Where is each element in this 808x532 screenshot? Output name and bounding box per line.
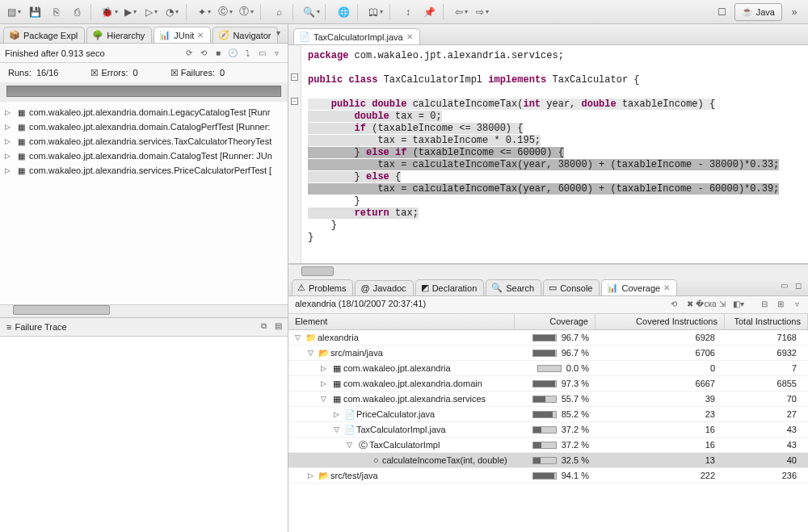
search-button[interactable]: 🔍 [302, 3, 320, 21]
rerun-failed-icon[interactable]: ⟲ [197, 47, 210, 60]
editor-gutter[interactable]: − − [288, 45, 301, 263]
remove-icon[interactable]: ✖ [684, 297, 696, 310]
debug-button[interactable]: 🐞 [100, 3, 118, 21]
close-icon[interactable]: ✕ [663, 283, 670, 292]
tab-package-explorer[interactable]: 📦 Package Expl [3, 27, 85, 43]
new-type-button[interactable]: Ⓣ [238, 3, 255, 21]
scrollbar-thumb[interactable] [301, 266, 334, 276]
tree-toggle-icon[interactable]: ▷ [5, 166, 15, 174]
tab-declaration[interactable]: ◩ Declaration [415, 279, 485, 295]
coverage-row[interactable]: ▽📂src/main/java96.7 %67066932 [288, 346, 808, 361]
coverage-row[interactable]: ○calculateIncomeTax(int, double)32.5 %13… [288, 453, 808, 468]
junit-test-tree[interactable]: ▷▦com.wakaleo.jpt.alexandria.domain.Lega… [0, 102, 288, 304]
run-button[interactable]: ▶ [121, 3, 139, 21]
coverage-row[interactable]: ▷📄PriceCalculator.java85.2 %2327 [288, 407, 808, 422]
col-element[interactable]: Element [288, 314, 515, 329]
fold-icon[interactable]: − [291, 73, 298, 81]
external-tools-button[interactable]: 🌐 [335, 3, 352, 21]
lock-icon[interactable]: ⤵ [241, 47, 254, 60]
remove-all-icon[interactable]: �ска [700, 297, 713, 310]
tab-navigator[interactable]: 🧭 Navigator [213, 27, 278, 43]
collapse-icon[interactable]: ▭ [255, 47, 268, 60]
coverage-button[interactable]: ◔ [163, 3, 181, 21]
tree-toggle-icon[interactable]: ▽ [295, 333, 305, 341]
scrollbar-thumb[interactable] [13, 305, 110, 315]
tree-toggle-icon[interactable]: ▷ [5, 123, 15, 131]
tree-toggle-icon[interactable]: ▷ [5, 152, 15, 160]
tree-toggle-icon[interactable]: ▽ [347, 441, 356, 449]
tree-toggle-icon[interactable]: ▽ [334, 425, 343, 434]
view-menu-icon[interactable]: ▾ [271, 26, 284, 39]
bookmark-button[interactable]: 🕮 [367, 3, 385, 21]
junit-test-row[interactable]: ▷▦com.wakaleo.jpt.alexandria.domain.Cata… [2, 119, 286, 134]
tab-problems[interactable]: ⚠ Problems [292, 279, 353, 295]
merge-icon[interactable]: ⇲ [716, 297, 729, 310]
compare-icon[interactable]: ⧉ [257, 320, 270, 333]
filter-icon[interactable]: ▤ [271, 320, 284, 333]
relaunch-icon[interactable]: ⟲ [667, 297, 680, 310]
pin-button[interactable]: 📌 [420, 3, 438, 21]
link-icon[interactable]: ◧▾ [732, 297, 745, 310]
editor-tab-taxcalc[interactable]: 📄 TaxCalculatorImpl.java ✕ [293, 28, 420, 44]
tree-toggle-icon[interactable]: ▷ [5, 108, 15, 116]
tree-toggle-icon[interactable]: ▷ [321, 379, 330, 387]
col-total[interactable]: Total Instructions [725, 314, 808, 329]
tree-toggle-icon[interactable]: ▽ [321, 395, 330, 403]
collapse-all-icon[interactable]: ⊟ [758, 297, 771, 310]
coverage-row[interactable]: ▽📄TaxCalculatorImpl.java37.2 %1643 [288, 422, 808, 438]
editor-body[interactable]: − − package com.wakaleo.jpt.alexandria.s… [288, 45, 808, 264]
menu-icon[interactable]: ▿ [270, 47, 283, 60]
close-icon[interactable]: ✕ [197, 31, 204, 40]
run-last-button[interactable]: ▷ [142, 3, 160, 21]
col-coverage[interactable]: Coverage [515, 314, 595, 329]
nav-back-button[interactable]: ⇦ [452, 3, 470, 21]
coverage-row[interactable]: ▷▦com.wakaleo.jpt.alexandria0.0 %07 [288, 361, 808, 376]
junit-test-row[interactable]: ▷▦com.wakaleo.jpt.alexandria.services.Ta… [2, 134, 286, 149]
new-button[interactable]: ▤ [5, 3, 23, 21]
new-package-button[interactable]: ✦ [196, 3, 213, 21]
save-all-button[interactable]: ⎘ [47, 3, 65, 21]
coverage-row[interactable]: ▽📁alexandria96.7 %69287168 [288, 330, 808, 346]
tab-search[interactable]: 🔍 Search [486, 279, 541, 295]
junit-test-row[interactable]: ▷▦com.wakaleo.jpt.alexandria.services.Pr… [2, 163, 286, 178]
editor-scroll-h[interactable] [288, 264, 808, 277]
open-perspective-button[interactable]: ☐ [713, 3, 731, 21]
tab-hierarchy[interactable]: 🌳 Hierarchy [86, 27, 152, 43]
tree-toggle-icon[interactable]: ▷ [5, 137, 15, 145]
tab-console[interactable]: ▭ Console [543, 279, 600, 295]
coverage-row[interactable]: ▽▦com.wakaleo.jpt.alexandria.services55.… [288, 392, 808, 407]
rerun-icon[interactable]: ⟳ [183, 47, 196, 60]
tree-toggle-icon[interactable]: ▷ [321, 364, 330, 372]
source-code[interactable]: package com.wakaleo.jpt.alexandria.servi… [301, 45, 808, 263]
history-icon[interactable]: 🕘 [226, 47, 239, 60]
junit-test-row[interactable]: ▷▦com.wakaleo.jpt.alexandria.domain.Cata… [2, 149, 286, 163]
junit-test-row[interactable]: ▷▦com.wakaleo.jpt.alexandria.domain.Lega… [2, 105, 286, 119]
toggle-button[interactable]: ↕ [399, 3, 417, 21]
col-covered[interactable]: Covered Instructions [595, 314, 725, 329]
coverage-table[interactable]: Element Coverage Covered Instructions To… [288, 314, 808, 532]
minimize-icon[interactable]: ▭ [777, 279, 790, 291]
tab-coverage[interactable]: 📊 Coverage ✕ [601, 279, 677, 295]
tree-toggle-icon[interactable]: ▽ [308, 349, 318, 357]
tab-junit[interactable]: 📊 JUnit ✕ [154, 27, 211, 43]
maximize-icon[interactable]: ◻ [792, 279, 805, 291]
java-perspective-button[interactable]: ☕ Java [734, 3, 782, 21]
save-button[interactable]: 💾 [26, 3, 44, 21]
print-button[interactable]: ⎙ [68, 3, 86, 21]
coverage-row[interactable]: ▷📂src/test/java94.1 %222236 [288, 468, 808, 484]
coverage-row[interactable]: ▽ⒸTaxCalculatorImpl37.2 %1643 [288, 438, 808, 453]
tree-toggle-icon[interactable]: ▷ [308, 471, 318, 480]
tree-toggle-icon[interactable] [360, 456, 369, 464]
tab-javadoc[interactable]: @ Javadoc [355, 280, 413, 295]
open-type-button[interactable]: ⌕ [270, 3, 288, 21]
tree-toggle-icon[interactable]: ▷ [334, 410, 343, 418]
nav-forward-button[interactable]: ⇨ [473, 3, 491, 21]
perspective-overflow-button[interactable]: » [785, 3, 803, 21]
expand-all-icon[interactable]: ⊞ [774, 297, 787, 310]
coverage-row[interactable]: ▷▦com.wakaleo.jpt.alexandria.domain97.3 … [288, 376, 808, 392]
close-icon[interactable]: ✕ [406, 32, 413, 41]
view-menu-icon[interactable]: ▿ [790, 297, 803, 310]
new-class-button[interactable]: Ⓒ [217, 3, 234, 21]
fold-icon[interactable]: − [291, 98, 298, 105]
stop-icon[interactable]: ■ [212, 47, 225, 60]
